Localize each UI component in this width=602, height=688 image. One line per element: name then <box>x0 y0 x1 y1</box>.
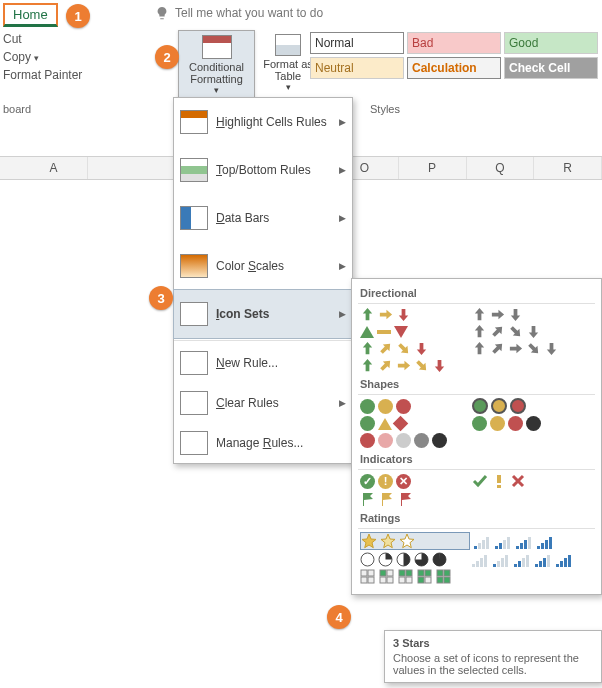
menu-clear-rules[interactable]: Clear Rules ▶ <box>174 383 352 423</box>
bars-icon <box>495 534 513 549</box>
menu-color-scales[interactable]: Color Scales ▶ <box>174 242 352 290</box>
svg-rect-53 <box>399 577 405 583</box>
style-bad[interactable]: Bad <box>407 32 501 54</box>
circle-icon <box>491 398 507 414</box>
arrow-icon <box>490 324 505 339</box>
style-good[interactable]: Good <box>504 32 598 54</box>
tooltip-title: 3 Stars <box>393 637 593 649</box>
iconset-4-traffic-lights[interactable] <box>472 416 580 431</box>
svg-rect-1 <box>497 485 501 488</box>
iconset-3-traffic-lights-rimmed[interactable] <box>472 398 580 414</box>
svg-rect-50 <box>387 577 393 583</box>
clipboard-group: Cut Copy ▾ Format Painter <box>3 30 103 84</box>
col-q[interactable]: Q <box>467 157 535 179</box>
menu-data-bars[interactable]: Data Bars ▶ <box>174 194 352 242</box>
menu-new-rule[interactable]: New Rule... <box>174 343 352 383</box>
iconset-3-symbols-circled[interactable]: ✓!✕ <box>360 474 468 489</box>
top-bottom-rules-icon <box>180 158 208 182</box>
cut-button[interactable]: Cut <box>3 30 103 48</box>
svg-rect-38 <box>547 555 550 567</box>
col-r[interactable]: R <box>534 157 602 179</box>
iconset-5-boxes[interactable] <box>360 569 468 585</box>
conditional-formatting-button[interactable]: Conditional Formatting ▾ <box>178 30 255 102</box>
style-normal[interactable]: Normal <box>310 32 404 54</box>
col-p[interactable]: P <box>399 157 467 179</box>
col-a[interactable]: A <box>20 157 88 179</box>
style-neutral[interactable]: Neutral <box>310 57 404 79</box>
svg-rect-49 <box>380 577 386 583</box>
style-check-cell[interactable]: Check Cell <box>504 57 598 79</box>
svg-rect-9 <box>507 537 510 549</box>
menu-icon-sets[interactable]: Icon Sets ▶ <box>173 289 353 339</box>
iconset-5-ratings[interactable] <box>472 552 580 567</box>
iconset-4-ratings[interactable] <box>474 534 582 549</box>
format-painter-button[interactable]: Format Painter <box>3 66 103 84</box>
iconset-4-arrows-gray[interactable] <box>472 324 580 339</box>
chevron-right-icon: ▶ <box>339 165 346 175</box>
iconset-3-traffic-lights[interactable] <box>360 399 468 414</box>
svg-rect-54 <box>406 577 412 583</box>
iconset-3-arrows-gray[interactable] <box>472 307 580 322</box>
arrow-icon <box>378 358 393 373</box>
symbol-icon: ✕ <box>396 474 411 489</box>
iconset-3-signs[interactable] <box>360 416 468 431</box>
star-icon <box>399 533 415 549</box>
boxes-icon <box>436 569 452 585</box>
svg-rect-55 <box>418 570 424 576</box>
svg-rect-62 <box>444 577 450 583</box>
bars-icon <box>514 552 532 567</box>
menu-highlight-cells-rules[interactable]: Highlight Cells Rules ▶ <box>174 98 352 146</box>
circle-icon <box>508 416 523 431</box>
symbol-icon: ✓ <box>360 474 375 489</box>
circle-icon <box>378 433 393 448</box>
manage-rules-icon <box>180 431 208 455</box>
svg-rect-28 <box>497 561 500 567</box>
svg-rect-25 <box>480 558 483 567</box>
iconset-5-arrows-gray[interactable] <box>472 341 580 356</box>
circle-icon <box>378 399 393 414</box>
home-tab[interactable]: Home <box>3 3 58 27</box>
iconset-3-arrows[interactable] <box>360 307 468 322</box>
svg-rect-44 <box>368 570 374 576</box>
cell-styles-gallery[interactable]: Normal Bad Good Neutral Calculation Chec… <box>310 32 598 79</box>
iconset-4-arrows[interactable] <box>360 341 468 356</box>
svg-rect-29 <box>501 558 504 567</box>
tellme-search[interactable]: Tell me what you want to do <box>155 6 323 20</box>
svg-rect-31 <box>514 564 517 567</box>
icon-sets-gallery: Directional Shapes Indicators ✓!✕ Rating… <box>351 278 602 595</box>
iconset-red-to-black[interactable] <box>360 433 468 448</box>
arrow-icon <box>508 341 523 356</box>
svg-rect-3 <box>478 543 481 549</box>
style-calculation[interactable]: Calculation <box>407 57 501 79</box>
menu-manage-rules[interactable]: Manage Rules... <box>174 423 352 463</box>
iconset-3-flags[interactable] <box>360 491 468 507</box>
bars-icon <box>472 552 490 567</box>
copy-button[interactable]: Copy ▾ <box>3 48 103 66</box>
symbol-icon: ! <box>378 474 393 489</box>
flag-icon <box>360 491 376 507</box>
svg-rect-47 <box>380 570 386 576</box>
star-icon <box>361 533 377 549</box>
svg-rect-41 <box>564 558 567 567</box>
highlight-cells-rules-icon <box>180 110 208 134</box>
iconset-3-triangles[interactable] <box>360 326 468 338</box>
dash-icon <box>377 330 391 334</box>
format-as-table-icon <box>275 34 301 56</box>
svg-rect-35 <box>535 564 538 567</box>
bars-icon <box>474 534 492 549</box>
arrow-icon <box>526 324 541 339</box>
svg-rect-10 <box>516 546 519 549</box>
flag-icon <box>398 491 414 507</box>
arrow-icon <box>472 307 487 322</box>
svg-rect-4 <box>482 540 485 549</box>
circle-icon <box>360 433 375 448</box>
iconset-3-symbols[interactable] <box>472 473 580 489</box>
annotation-1: 1 <box>66 4 90 28</box>
svg-rect-40 <box>560 561 563 567</box>
iconset-5-quarters[interactable] <box>360 552 468 567</box>
conditional-formatting-menu: Highlight Cells Rules ▶ Top/Bottom Rules… <box>173 97 353 464</box>
menu-top-bottom-rules[interactable]: Top/Bottom Rules ▶ <box>174 146 352 194</box>
iconset-5-arrows[interactable] <box>360 358 468 373</box>
iconset-3-stars[interactable] <box>360 532 470 550</box>
svg-rect-16 <box>545 540 548 549</box>
